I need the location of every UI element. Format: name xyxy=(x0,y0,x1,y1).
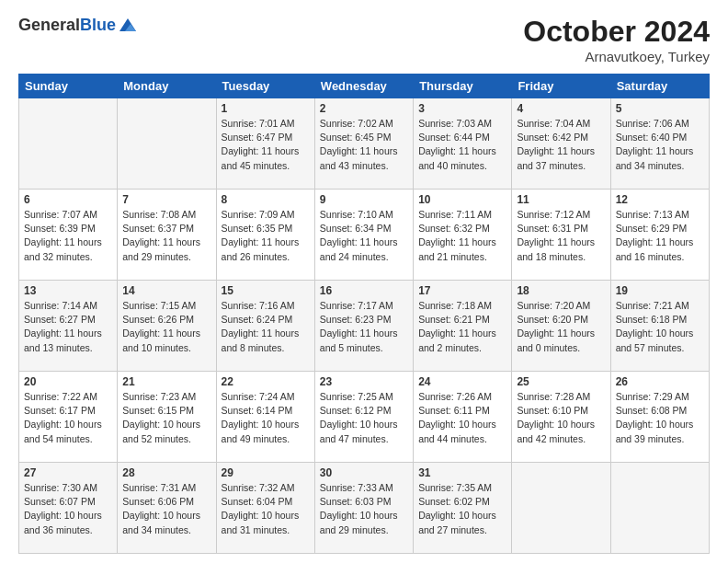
col-friday: Friday xyxy=(512,75,610,98)
day-number: 31 xyxy=(418,466,506,479)
table-row: 27Sunrise: 7:30 AMSunset: 6:07 PMDayligh… xyxy=(19,463,118,554)
table-row: 2Sunrise: 7:02 AMSunset: 6:45 PMDaylight… xyxy=(314,98,413,190)
day-info: Sunrise: 7:01 AMSunset: 6:47 PMDaylight:… xyxy=(222,117,310,173)
day-number: 9 xyxy=(320,193,408,206)
location-title: Arnavutkoey, Turkey xyxy=(523,49,710,64)
day-info: Sunrise: 7:07 AMSunset: 6:39 PMDaylight:… xyxy=(24,208,112,264)
day-info: Sunrise: 7:15 AMSunset: 6:26 PMDaylight:… xyxy=(122,299,210,355)
table-row: 10Sunrise: 7:11 AMSunset: 6:32 PMDayligh… xyxy=(414,190,512,281)
day-number: 22 xyxy=(222,375,310,388)
day-number: 28 xyxy=(122,466,210,479)
day-info: Sunrise: 7:23 AMSunset: 6:15 PMDaylight:… xyxy=(122,390,210,446)
day-info: Sunrise: 7:28 AMSunset: 6:10 PMDaylight:… xyxy=(517,390,605,446)
calendar-header-row: Sunday Monday Tuesday Wednesday Thursday… xyxy=(19,75,710,98)
table-row: 3Sunrise: 7:03 AMSunset: 6:44 PMDaylight… xyxy=(414,98,512,190)
table-row: 7Sunrise: 7:08 AMSunset: 6:37 PMDaylight… xyxy=(118,190,216,281)
col-monday: Monday xyxy=(118,75,216,98)
day-number: 4 xyxy=(517,102,605,115)
page: GeneralBlue October 2024 Arnavutkoey, Tu… xyxy=(0,0,728,563)
table-row: 29Sunrise: 7:32 AMSunset: 6:04 PMDayligh… xyxy=(216,463,314,554)
day-number: 16 xyxy=(320,284,408,297)
day-info: Sunrise: 7:09 AMSunset: 6:35 PMDaylight:… xyxy=(222,208,310,264)
day-number: 15 xyxy=(222,284,310,297)
table-row: 22Sunrise: 7:24 AMSunset: 6:14 PMDayligh… xyxy=(216,372,314,463)
table-row: 13Sunrise: 7:14 AMSunset: 6:27 PMDayligh… xyxy=(19,281,118,372)
table-row: 14Sunrise: 7:15 AMSunset: 6:26 PMDayligh… xyxy=(118,281,216,372)
table-row: 18Sunrise: 7:20 AMSunset: 6:20 PMDayligh… xyxy=(512,281,610,372)
calendar-week-row: 13Sunrise: 7:14 AMSunset: 6:27 PMDayligh… xyxy=(19,281,710,372)
day-number: 2 xyxy=(320,102,408,115)
table-row: 11Sunrise: 7:12 AMSunset: 6:31 PMDayligh… xyxy=(512,190,610,281)
day-info: Sunrise: 7:26 AMSunset: 6:11 PMDaylight:… xyxy=(418,390,506,446)
table-row: 30Sunrise: 7:33 AMSunset: 6:03 PMDayligh… xyxy=(314,463,413,554)
day-number: 21 xyxy=(122,375,210,388)
logo-blue-text: Blue xyxy=(80,16,116,34)
table-row: 19Sunrise: 7:21 AMSunset: 6:18 PMDayligh… xyxy=(610,281,709,372)
day-info: Sunrise: 7:31 AMSunset: 6:06 PMDaylight:… xyxy=(122,481,210,537)
table-row: 17Sunrise: 7:18 AMSunset: 6:21 PMDayligh… xyxy=(414,281,512,372)
table-row: 16Sunrise: 7:17 AMSunset: 6:23 PMDayligh… xyxy=(314,281,413,372)
day-info: Sunrise: 7:08 AMSunset: 6:37 PMDaylight:… xyxy=(122,208,210,264)
table-row: 15Sunrise: 7:16 AMSunset: 6:24 PMDayligh… xyxy=(216,281,314,372)
day-info: Sunrise: 7:16 AMSunset: 6:24 PMDaylight:… xyxy=(222,299,310,355)
day-info: Sunrise: 7:25 AMSunset: 6:12 PMDaylight:… xyxy=(320,390,408,446)
table-row: 25Sunrise: 7:28 AMSunset: 6:10 PMDayligh… xyxy=(512,372,610,463)
day-number: 17 xyxy=(418,284,506,297)
title-block: October 2024 Arnavutkoey, Turkey xyxy=(523,15,710,64)
day-info: Sunrise: 7:12 AMSunset: 6:31 PMDaylight:… xyxy=(517,208,605,264)
table-row: 1Sunrise: 7:01 AMSunset: 6:47 PMDaylight… xyxy=(216,98,314,190)
day-number: 3 xyxy=(418,102,506,115)
table-row: 12Sunrise: 7:13 AMSunset: 6:29 PMDayligh… xyxy=(610,190,709,281)
day-number: 20 xyxy=(24,375,112,388)
day-number: 8 xyxy=(222,193,310,206)
table-row: 20Sunrise: 7:22 AMSunset: 6:17 PMDayligh… xyxy=(19,372,118,463)
day-number: 1 xyxy=(222,102,310,115)
table-row: 8Sunrise: 7:09 AMSunset: 6:35 PMDaylight… xyxy=(216,190,314,281)
table-row: 31Sunrise: 7:35 AMSunset: 6:02 PMDayligh… xyxy=(414,463,512,554)
header: GeneralBlue October 2024 Arnavutkoey, Tu… xyxy=(18,15,710,64)
month-title: October 2024 xyxy=(523,15,710,49)
day-info: Sunrise: 7:06 AMSunset: 6:40 PMDaylight:… xyxy=(616,117,704,173)
day-number: 26 xyxy=(616,375,704,388)
table-row: 21Sunrise: 7:23 AMSunset: 6:15 PMDayligh… xyxy=(118,372,216,463)
table-row xyxy=(118,98,216,190)
calendar-week-row: 27Sunrise: 7:30 AMSunset: 6:07 PMDayligh… xyxy=(19,463,710,554)
col-sunday: Sunday xyxy=(19,75,118,98)
day-info: Sunrise: 7:11 AMSunset: 6:32 PMDaylight:… xyxy=(418,208,506,264)
table-row: 6Sunrise: 7:07 AMSunset: 6:39 PMDaylight… xyxy=(19,190,118,281)
day-number: 19 xyxy=(616,284,704,297)
day-info: Sunrise: 7:32 AMSunset: 6:04 PMDaylight:… xyxy=(222,481,310,537)
table-row: 26Sunrise: 7:29 AMSunset: 6:08 PMDayligh… xyxy=(610,372,709,463)
day-number: 27 xyxy=(24,466,112,479)
col-saturday: Saturday xyxy=(610,75,709,98)
day-number: 6 xyxy=(24,193,112,206)
day-number: 5 xyxy=(616,102,704,115)
table-row: 5Sunrise: 7:06 AMSunset: 6:40 PMDaylight… xyxy=(610,98,709,190)
table-row: 23Sunrise: 7:25 AMSunset: 6:12 PMDayligh… xyxy=(314,372,413,463)
day-info: Sunrise: 7:22 AMSunset: 6:17 PMDaylight:… xyxy=(24,390,112,446)
day-number: 29 xyxy=(222,466,310,479)
day-info: Sunrise: 7:30 AMSunset: 6:07 PMDaylight:… xyxy=(24,481,112,537)
col-tuesday: Tuesday xyxy=(216,75,314,98)
calendar-week-row: 1Sunrise: 7:01 AMSunset: 6:47 PMDaylight… xyxy=(19,98,710,190)
day-info: Sunrise: 7:21 AMSunset: 6:18 PMDaylight:… xyxy=(616,299,704,355)
day-info: Sunrise: 7:18 AMSunset: 6:21 PMDaylight:… xyxy=(418,299,506,355)
day-info: Sunrise: 7:17 AMSunset: 6:23 PMDaylight:… xyxy=(320,299,408,355)
day-number: 13 xyxy=(24,284,112,297)
day-info: Sunrise: 7:33 AMSunset: 6:03 PMDaylight:… xyxy=(320,481,408,537)
table-row: 9Sunrise: 7:10 AMSunset: 6:34 PMDaylight… xyxy=(314,190,413,281)
day-number: 7 xyxy=(122,193,210,206)
day-info: Sunrise: 7:10 AMSunset: 6:34 PMDaylight:… xyxy=(320,208,408,264)
col-thursday: Thursday xyxy=(414,75,512,98)
day-info: Sunrise: 7:24 AMSunset: 6:14 PMDaylight:… xyxy=(222,390,310,446)
calendar-week-row: 6Sunrise: 7:07 AMSunset: 6:39 PMDaylight… xyxy=(19,190,710,281)
table-row: 28Sunrise: 7:31 AMSunset: 6:06 PMDayligh… xyxy=(118,463,216,554)
day-number: 10 xyxy=(418,193,506,206)
day-info: Sunrise: 7:14 AMSunset: 6:27 PMDaylight:… xyxy=(24,299,112,355)
day-info: Sunrise: 7:03 AMSunset: 6:44 PMDaylight:… xyxy=(418,117,506,173)
table-row: 24Sunrise: 7:26 AMSunset: 6:11 PMDayligh… xyxy=(414,372,512,463)
day-number: 23 xyxy=(320,375,408,388)
day-number: 14 xyxy=(122,284,210,297)
day-number: 11 xyxy=(517,193,605,206)
day-info: Sunrise: 7:20 AMSunset: 6:20 PMDaylight:… xyxy=(517,299,605,355)
